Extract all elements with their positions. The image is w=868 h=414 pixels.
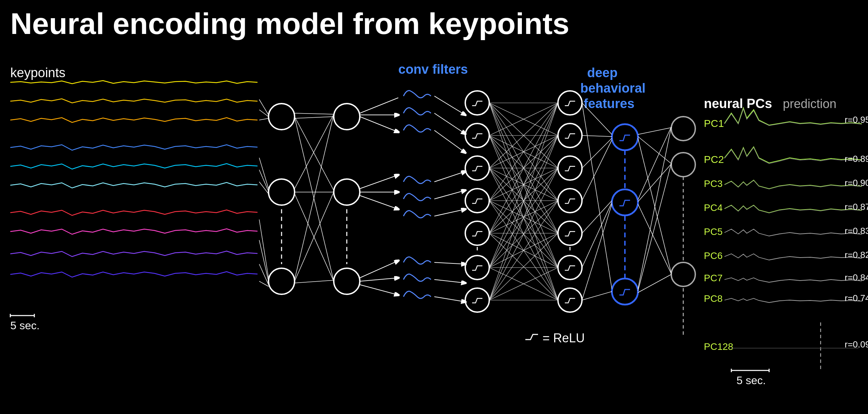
behavioral-feature-nodes [612,124,638,305]
svg-text:r=0.84: r=0.84 [845,272,868,283]
svg-text:PC4: PC4 [704,202,722,213]
svg-line-14 [259,220,269,278]
svg-point-5 [269,179,295,205]
diagram-svg: 5 sec. [0,41,868,414]
pc1-trace: PC1 r=0.95 [704,108,868,129]
svg-point-118 [612,189,638,215]
svg-text:PC128: PC128 [704,341,733,352]
svg-point-133 [671,262,695,286]
svg-point-132 [671,153,695,177]
svg-line-22 [295,113,334,114]
behavioral-to-pc-connections [638,127,671,293]
svg-line-10 [259,118,269,120]
svg-text:PC8: PC8 [704,293,722,304]
prediction-label: prediction [783,97,836,111]
page-title: Neural encoding model from keypoints [10,6,569,41]
svg-text:PC3: PC3 [704,178,722,189]
svg-point-54 [465,189,489,213]
svg-line-124 [582,138,612,168]
third-layer-nodes [465,91,489,312]
keypoint-traces-cyan [10,145,258,188]
svg-point-52 [465,123,489,147]
svg-line-31 [295,280,334,283]
svg-line-127 [582,202,612,268]
svg-line-126 [582,201,612,233]
svg-point-65 [558,288,582,312]
svg-text:r=0.95: r=0.95 [845,115,868,125]
svg-line-35 [360,117,398,132]
svg-point-19 [334,179,360,205]
svg-line-41 [360,285,398,295]
svg-line-24 [295,117,334,190]
svg-point-120 [612,279,638,305]
svg-text:r=0.89: r=0.89 [845,154,868,164]
svg-line-50 [434,297,465,302]
svg-line-45 [434,171,465,182]
svg-line-43 [434,113,465,134]
svg-line-46 [434,190,465,199]
svg-text:r=0.74: r=0.74 [845,293,868,303]
input-layer-nodes [269,104,295,294]
svg-line-48 [434,262,465,264]
svg-point-59 [558,91,582,115]
svg-point-6 [269,268,295,294]
svg-text:r=0.83: r=0.83 [845,226,868,236]
svg-line-9 [259,110,269,117]
pc2-trace: PC2 r=0.89 [704,147,868,165]
svg-point-61 [558,156,582,180]
keypoint-traces-yellow [10,81,258,122]
svg-line-137 [638,138,671,273]
pc8-trace: PC8 r=0.74 [704,293,868,304]
svg-point-63 [558,221,582,245]
svg-text:5 sec.: 5 sec. [10,319,39,332]
svg-point-117 [612,124,638,150]
svg-line-8 [259,99,269,115]
relu-label: = ReLU [525,331,585,345]
svg-line-49 [434,280,465,283]
svg-line-42 [434,96,465,115]
svg-point-56 [465,256,489,280]
layer2-to-conv [360,98,398,295]
svg-line-135 [638,128,671,134]
svg-text:= ReLU: = ReLU [542,331,585,345]
svg-point-131 [671,117,695,141]
svg-point-62 [558,189,582,213]
fourth-layer-nodes [558,91,582,312]
svg-line-141 [638,127,671,289]
svg-text:PC7: PC7 [704,273,722,283]
svg-line-130 [582,292,612,300]
svg-text:5 sec.: 5 sec. [736,374,766,387]
keypoint-traces-red [10,210,258,277]
svg-line-25 [295,117,334,281]
svg-line-23 [295,117,334,118]
pc4-trace: PC4 r=0.87 [704,202,868,213]
svg-point-20 [334,268,360,294]
svg-text:PC6: PC6 [704,250,722,261]
layer3-to-layer4-connections [489,103,558,300]
svg-point-18 [334,104,360,130]
svg-text:r=0.82: r=0.82 [845,250,868,260]
svg-line-143 [638,274,671,293]
layer4-to-behavioral [582,103,612,300]
svg-text:PC1: PC1 [704,118,724,129]
svg-line-128 [582,204,612,300]
svg-line-36 [360,175,398,189]
keypoints-label: keypoints [10,66,66,80]
svg-line-38 [360,196,398,209]
svg-text:r=0.87: r=0.87 [845,202,868,212]
behavioral-label: behavioral [580,81,646,95]
svg-text:PC5: PC5 [704,226,722,237]
svg-point-53 [465,156,489,180]
pc5-trace: PC5 r=0.83 [704,226,868,237]
pc6-trace: PC6 r=0.82 [704,250,868,261]
deep-label: deep [587,66,618,80]
layer1-to-layer2 [295,113,334,283]
svg-line-39 [360,261,398,278]
svg-text:r=0.90: r=0.90 [845,178,868,188]
svg-line-123 [582,135,612,137]
features-label: features [584,96,635,111]
svg-line-129 [582,103,612,289]
svg-line-47 [434,209,465,216]
svg-point-64 [558,256,582,280]
trace-to-node-connections [259,99,269,286]
